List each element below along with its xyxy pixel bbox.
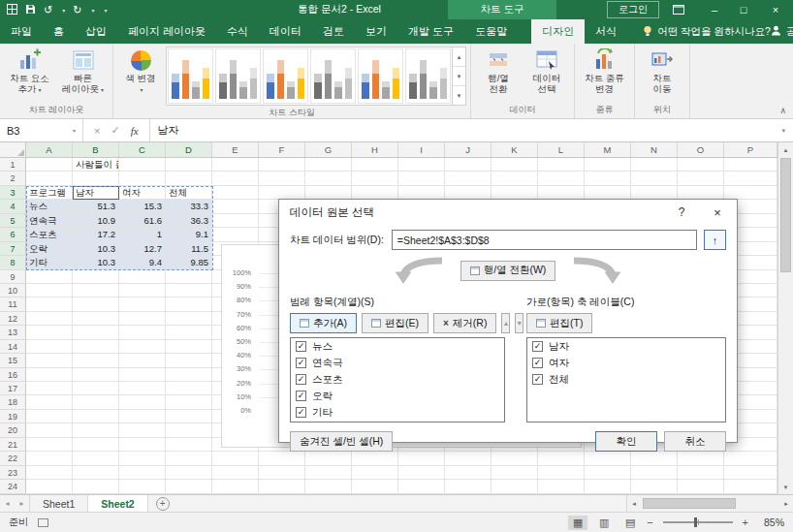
- column-header-G[interactable]: G: [305, 142, 352, 157]
- cell-A16[interactable]: [26, 368, 73, 382]
- cell-D1[interactable]: [166, 158, 212, 172]
- column-header-D[interactable]: D: [166, 142, 212, 157]
- cell-C4[interactable]: 15.3: [119, 200, 166, 213]
- move-up-button[interactable]: ▲: [501, 313, 510, 333]
- cell-B24[interactable]: [73, 480, 119, 493]
- cell-B10[interactable]: [73, 284, 119, 297]
- cell-C11[interactable]: [119, 297, 166, 311]
- cell-B6[interactable]: 17.2: [73, 228, 119, 241]
- row-header-16[interactable]: 16: [0, 368, 26, 382]
- cell-H23[interactable]: [352, 466, 398, 480]
- cell-C1[interactable]: [119, 158, 166, 172]
- column-header-O[interactable]: O: [678, 142, 724, 157]
- edit-series-button[interactable]: 편집(E): [362, 313, 428, 333]
- minimize-button[interactable]: –: [700, 0, 729, 19]
- cell-C20[interactable]: [119, 423, 166, 437]
- cell-B16[interactable]: [73, 368, 119, 382]
- cell-D7[interactable]: 11.5: [166, 242, 212, 256]
- login-button[interactable]: 로그인: [607, 1, 659, 18]
- cell-A7[interactable]: 오락: [26, 242, 73, 256]
- cell-N1[interactable]: [631, 158, 678, 172]
- ribbon-tab[interactable]: 파일: [0, 19, 43, 44]
- cell-M1[interactable]: [585, 158, 631, 172]
- cell-C12[interactable]: [119, 312, 166, 326]
- enter-entry-icon[interactable]: ✓: [111, 124, 119, 137]
- cell-I2[interactable]: [398, 172, 445, 185]
- sheet-tab[interactable]: Sheet1: [29, 495, 88, 512]
- cell-F24[interactable]: [259, 480, 305, 493]
- move-chart-button[interactable]: 차트 이동: [639, 45, 685, 94]
- cell-G23[interactable]: [305, 466, 352, 480]
- dialog-close-button[interactable]: ×: [698, 200, 737, 225]
- gallery-down-icon[interactable]: ▼: [453, 67, 465, 86]
- cell-A10[interactable]: [26, 284, 73, 297]
- cancel-entry-icon[interactable]: ×: [94, 125, 100, 137]
- chart-style-thumbnail[interactable]: [263, 48, 308, 104]
- cell-C7[interactable]: 12.7: [119, 242, 166, 256]
- excel-app-icon[interactable]: [7, 4, 17, 16]
- chart-style-thumbnail[interactable]: [215, 48, 261, 104]
- new-sheet-button[interactable]: +: [156, 497, 170, 511]
- ribbon-tab[interactable]: 도움말: [464, 19, 518, 44]
- cell-G24[interactable]: [305, 480, 352, 493]
- sheet-tab[interactable]: Sheet2: [88, 495, 147, 512]
- cell-I23[interactable]: [398, 466, 445, 480]
- column-header-C[interactable]: C: [119, 142, 166, 157]
- cell-D23[interactable]: [166, 466, 212, 480]
- cell-E3[interactable]: [212, 186, 259, 200]
- cell-C22[interactable]: [119, 452, 166, 465]
- cell-B5[interactable]: 10.9: [73, 214, 119, 228]
- normal-view-button[interactable]: ▦: [568, 516, 587, 530]
- cell-E24[interactable]: [212, 480, 259, 493]
- cell-G1[interactable]: [305, 158, 352, 172]
- cell-C19[interactable]: [119, 410, 166, 423]
- formula-input[interactable]: 남자: [150, 119, 775, 141]
- ribbon-tab[interactable]: 디자인: [531, 19, 585, 44]
- cell-A21[interactable]: [26, 438, 73, 452]
- cell-L24[interactable]: [538, 480, 585, 493]
- chart-data-range-input[interactable]: =Sheet2!$A$3:$D$8: [392, 230, 697, 250]
- column-header-J[interactable]: J: [445, 142, 492, 157]
- cell-D18[interactable]: [166, 395, 212, 409]
- change-chart-type-button[interactable]: 차트 종류 변경: [579, 45, 630, 94]
- cell-N24[interactable]: [631, 480, 678, 493]
- cell-E23[interactable]: [212, 466, 259, 480]
- zoom-slider[interactable]: [663, 521, 733, 523]
- cell-B20[interactable]: [73, 423, 119, 437]
- insert-function-icon[interactable]: fx: [131, 125, 139, 137]
- row-header-7[interactable]: 7: [0, 242, 26, 256]
- horizontal-scrollbar-thumb[interactable]: [643, 498, 736, 509]
- cell-E22[interactable]: [212, 452, 259, 465]
- cell-B2[interactable]: [73, 172, 119, 185]
- cell-A1[interactable]: [26, 158, 73, 172]
- cell-M24[interactable]: [585, 480, 631, 493]
- checkbox-icon[interactable]: ✓: [296, 358, 306, 368]
- ribbon-tab[interactable]: 페이지 레이아웃: [117, 19, 216, 44]
- row-header-12[interactable]: 12: [0, 312, 26, 326]
- cell-A18[interactable]: [26, 395, 73, 409]
- share-button[interactable]: 공유: [771, 19, 793, 44]
- cell-C2[interactable]: [119, 172, 166, 185]
- cell-B7[interactable]: 10.3: [73, 242, 119, 256]
- name-box-dropdown-icon[interactable]: ▾: [73, 127, 76, 134]
- cell-B11[interactable]: [73, 297, 119, 311]
- cell-D3[interactable]: 전체: [166, 186, 212, 200]
- row-header-19[interactable]: 19: [0, 410, 26, 423]
- cell-C3[interactable]: 여자: [119, 186, 166, 200]
- horizontal-scrollbar[interactable]: ◂ ▸: [626, 495, 793, 512]
- chart-style-thumbnail[interactable]: [358, 48, 403, 104]
- row-header-22[interactable]: 22: [0, 452, 26, 465]
- cell-P2[interactable]: [724, 172, 777, 185]
- cell-B9[interactable]: [73, 270, 119, 284]
- cell-J23[interactable]: [445, 466, 492, 480]
- cell-D13[interactable]: [166, 326, 212, 339]
- row-header-3[interactable]: 3: [0, 186, 26, 200]
- column-header-L[interactable]: L: [538, 142, 585, 157]
- category-list-item[interactable]: ✓ 전체: [527, 371, 725, 388]
- redo-dropdown-icon[interactable]: ▾: [91, 7, 94, 14]
- hidden-cells-button[interactable]: 숨겨진 셀/빈 셀(H): [290, 431, 393, 452]
- row-header-10[interactable]: 10: [0, 284, 26, 297]
- cell-A22[interactable]: [26, 452, 73, 465]
- row-header-18[interactable]: 18: [0, 395, 26, 409]
- series-list-item[interactable]: ✓ 기타: [291, 404, 504, 421]
